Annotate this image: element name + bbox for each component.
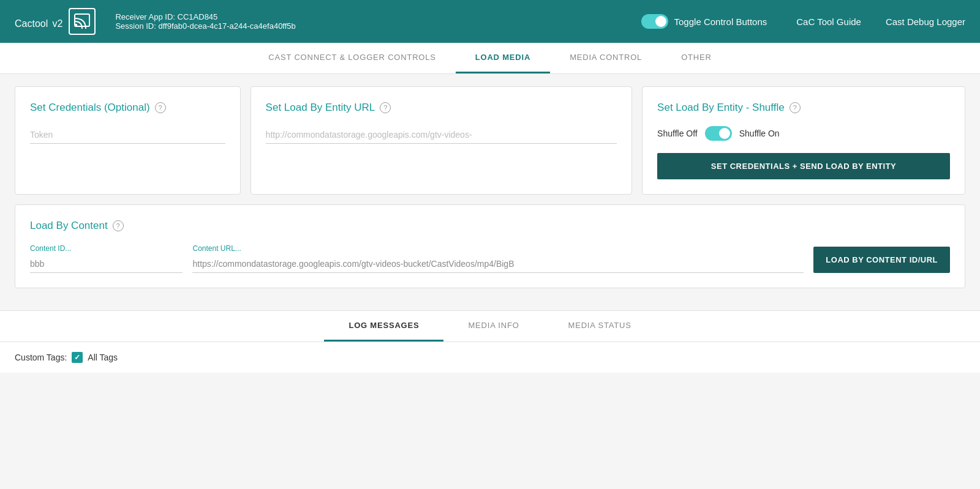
tab-media-info[interactable]: MEDIA INFO <box>443 311 543 342</box>
credentials-card-title: Set Credentials (Optional) ? <box>30 102 225 114</box>
entity-url-card-title: Set Load By Entity URL ? <box>266 102 617 114</box>
main-content: Set Credentials (Optional) ? Set Load By… <box>0 74 980 310</box>
load-by-content-card: Load By Content ? Content ID... Content … <box>15 204 965 288</box>
load-by-content-id-url-button[interactable]: LOAD BY CONTENT ID/URL <box>813 247 950 273</box>
session-info: Receiver App ID: CC1AD845 Session ID: df… <box>115 12 631 31</box>
tab-other[interactable]: OTHER <box>662 43 731 73</box>
tab-cast-connect[interactable]: CAST CONNECT & LOGGER CONTROLS <box>249 43 455 73</box>
cac-tool-guide-link[interactable]: CaC Tool Guide <box>796 17 861 27</box>
all-tags-checkbox[interactable] <box>72 352 83 363</box>
shuffle-card: Set Load By Entity - Shuffle ? Shuffle O… <box>642 86 965 195</box>
toggle-label: Toggle Control Buttons <box>674 17 767 27</box>
content-id-group: Content ID... <box>30 244 183 273</box>
entity-url-card: Set Load By Entity URL ? <box>251 86 632 195</box>
credentials-help-icon[interactable]: ? <box>155 102 166 113</box>
content-url-group: Content URL... <box>192 244 804 273</box>
bottom-tabs: LOG MESSAGES MEDIA INFO MEDIA STATUS <box>0 311 980 342</box>
token-input[interactable] <box>30 126 225 144</box>
toggle-control-buttons: Toggle Control Buttons <box>641 14 767 29</box>
logo: Cactool v2 <box>15 8 96 35</box>
custom-tags-label: Custom Tags: <box>15 353 67 362</box>
content-fields-row: Content ID... Content URL... LOAD BY CON… <box>30 244 950 273</box>
tab-media-status[interactable]: MEDIA STATUS <box>544 311 656 342</box>
shuffle-toggle-row: Shuffle Off Shuffle On <box>657 126 950 141</box>
logo-text: Cactool v2 <box>15 12 62 31</box>
bottom-content: Custom Tags: All Tags <box>0 342 980 373</box>
tab-load-media[interactable]: LOAD MEDIA <box>456 43 550 73</box>
header-nav: CaC Tool Guide Cast Debug Logger <box>796 17 965 27</box>
content-id-input[interactable] <box>30 255 183 273</box>
entity-url-input[interactable] <box>266 126 617 144</box>
cast-icon <box>69 8 96 35</box>
custom-tags-row: Custom Tags: All Tags <box>15 352 965 363</box>
content-id-label: Content ID... <box>30 244 183 253</box>
shuffle-toggle[interactable] <box>705 126 732 141</box>
toggle-switch[interactable] <box>641 14 668 29</box>
shuffle-card-title: Set Load By Entity - Shuffle ? <box>657 102 950 114</box>
app-header: Cactool v2 Receiver App ID: CC1AD845 Ses… <box>0 0 980 43</box>
content-url-input[interactable] <box>192 255 804 273</box>
shuffle-off-label: Shuffle Off <box>657 129 698 138</box>
tab-media-control[interactable]: MEDIA CONTROL <box>550 43 662 73</box>
shuffle-help-icon[interactable]: ? <box>790 102 801 113</box>
credentials-card: Set Credentials (Optional) ? <box>15 86 241 195</box>
load-by-content-title: Load By Content ? <box>30 220 950 232</box>
entity-url-help-icon[interactable]: ? <box>380 102 391 113</box>
load-by-content-help-icon[interactable]: ? <box>113 220 124 231</box>
top-cards-row: Set Credentials (Optional) ? Set Load By… <box>15 86 965 195</box>
set-credentials-send-load-entity-button[interactable]: SET CREDENTIALS + SEND LOAD BY ENTITY <box>657 153 950 179</box>
session-id: Session ID: dff9fab0-dcea-4c17-a244-ca4e… <box>115 21 631 31</box>
receiver-id: Receiver App ID: CC1AD845 <box>115 12 631 21</box>
bottom-section: LOG MESSAGES MEDIA INFO MEDIA STATUS Cus… <box>0 310 980 373</box>
shuffle-on-label: Shuffle On <box>739 129 780 138</box>
main-tabs: CAST CONNECT & LOGGER CONTROLS LOAD MEDI… <box>0 43 980 74</box>
content-url-label: Content URL... <box>192 244 804 253</box>
cast-debug-logger-link[interactable]: Cast Debug Logger <box>886 17 965 27</box>
tab-log-messages[interactable]: LOG MESSAGES <box>324 311 443 342</box>
all-tags-label: All Tags <box>88 353 118 362</box>
